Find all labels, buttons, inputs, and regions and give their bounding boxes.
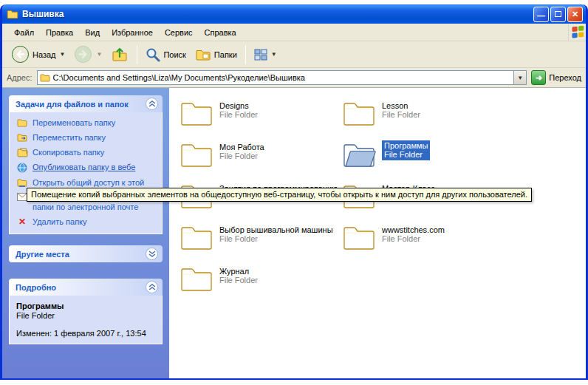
section-header-other-places[interactable]: Другие места bbox=[9, 245, 163, 262]
folder-tile-lesson[interactable]: LessonFile Folder bbox=[342, 99, 499, 140]
task-publish-folder-web[interactable]: Опубликовать папку в вебе bbox=[16, 163, 157, 173]
move-folder-icon bbox=[16, 133, 28, 142]
folder-tile-zhurnal[interactable]: ЖурналFile Folder bbox=[180, 265, 336, 306]
menu-bar: Файл Правка Вид Избранное Сервис Справка bbox=[2, 24, 586, 41]
folder-tile-designs[interactable]: DesignsFile Folder bbox=[180, 99, 336, 140]
share-folder-icon bbox=[16, 178, 28, 187]
rename-folder-icon bbox=[16, 118, 28, 127]
forward-icon bbox=[74, 45, 92, 64]
search-button[interactable]: Поиск bbox=[141, 45, 190, 64]
explorer-window: Вышивка — ✕ Файл Правка Вид Избранное Се… bbox=[0, 4, 588, 380]
title-bar[interactable]: Вышивка — ✕ bbox=[2, 4, 586, 24]
folder-icon bbox=[180, 223, 213, 251]
go-label: Переход bbox=[549, 73, 581, 82]
chevron-up-icon[interactable] bbox=[146, 281, 158, 293]
folder-tile-vybor-mashiny[interactable]: Выбор вышивальной машиныFile Folder bbox=[180, 223, 336, 265]
folder-icon bbox=[180, 99, 213, 127]
publish-globe-icon bbox=[16, 163, 28, 173]
task-rename-folder[interactable]: Переименовать папку bbox=[16, 118, 157, 128]
toolbar: Назад ▼ ▼ Поиск bbox=[2, 41, 586, 68]
details-modified-date: Изменен: 1 февраля 2007 г., 13:54 bbox=[16, 329, 155, 338]
address-dropdown-icon[interactable]: ▼ bbox=[513, 71, 526, 84]
up-folder-icon bbox=[111, 47, 129, 63]
section-title: Другие места bbox=[16, 250, 69, 259]
back-label: Назад bbox=[33, 50, 56, 59]
address-bar: Адрес: C:\Documents and Settings\Liza\My… bbox=[2, 68, 586, 88]
delete-x-icon: ✕ bbox=[16, 217, 28, 226]
section-title: Задачи для файлов и папок bbox=[16, 100, 129, 109]
folder-tile-wwwstitches[interactable]: wwwstitches.comFile Folder bbox=[342, 223, 499, 265]
copy-folder-icon bbox=[16, 148, 28, 157]
task-copy-folder[interactable]: Скопировать папку bbox=[16, 148, 157, 157]
close-button[interactable]: ✕ bbox=[567, 7, 583, 22]
section-other-places: Другие места bbox=[9, 245, 163, 262]
chevron-down-icon[interactable] bbox=[146, 248, 158, 260]
folder-icon bbox=[342, 99, 376, 127]
menu-tools[interactable]: Сервис bbox=[159, 26, 199, 39]
section-file-folder-tasks: Задачи для файлов и папок Переименовать … bbox=[9, 95, 163, 234]
back-button[interactable]: Назад ▼ bbox=[7, 43, 69, 66]
minimize-button[interactable]: — bbox=[533, 7, 549, 22]
go-button[interactable]: ➜ Переход bbox=[531, 70, 581, 85]
go-arrow-icon[interactable]: ➜ bbox=[531, 70, 546, 85]
back-icon bbox=[11, 45, 30, 64]
section-header-details[interactable]: Подробно bbox=[9, 279, 163, 296]
address-label: Адрес: bbox=[7, 73, 33, 82]
file-list-area[interactable]: DesignsFile Folder LessonFile Folder Моя… bbox=[169, 88, 586, 378]
folder-selected-icon bbox=[342, 140, 376, 168]
folder-tile-moya-rabota[interactable]: Моя РаботаFile Folder bbox=[180, 140, 336, 182]
window-folder-icon bbox=[7, 9, 18, 19]
folder-tile-programmy-selected[interactable]: ПрограммыFile Folder bbox=[342, 140, 499, 182]
up-button[interactable] bbox=[106, 44, 133, 65]
views-icon bbox=[254, 49, 267, 61]
forward-button[interactable]: ▼ bbox=[69, 43, 106, 66]
windows-logo-icon bbox=[568, 24, 584, 41]
folder-icon bbox=[342, 223, 376, 251]
folder-icon bbox=[180, 140, 213, 168]
address-combobox[interactable]: C:\Documents and Settings\Liza\My Docume… bbox=[37, 70, 527, 85]
folders-icon bbox=[195, 48, 211, 61]
section-title: Подробно bbox=[16, 283, 56, 292]
menu-file[interactable]: Файл bbox=[8, 26, 40, 39]
maximize-button[interactable] bbox=[550, 7, 566, 22]
tooltip: Помещение копий выбранных элементов на о… bbox=[27, 188, 532, 202]
address-folder-icon bbox=[40, 73, 50, 82]
back-dropdown-icon[interactable]: ▼ bbox=[60, 51, 66, 58]
menu-edit[interactable]: Правка bbox=[40, 26, 79, 39]
folder-icon bbox=[180, 265, 213, 293]
task-pane: Задачи для файлов и папок Переименовать … bbox=[2, 88, 169, 378]
folders-button[interactable]: Папки bbox=[191, 46, 242, 64]
folders-label: Папки bbox=[214, 50, 237, 59]
section-details: Подробно Программы File Folder Изменен: … bbox=[9, 279, 163, 344]
task-share-folder[interactable]: Открыть общий доступ к этой bbox=[16, 178, 157, 188]
window-title: Вышивка bbox=[22, 9, 532, 19]
forward-dropdown-icon: ▼ bbox=[96, 51, 102, 58]
content-area: Задачи для файлов и папок Переименовать … bbox=[2, 88, 586, 378]
menu-view[interactable]: Вид bbox=[79, 26, 106, 39]
folder-grid: DesignsFile Folder LessonFile Folder Моя… bbox=[180, 99, 505, 306]
details-folder-name: Программы bbox=[16, 301, 155, 310]
menu-favorites[interactable]: Избранное bbox=[106, 26, 159, 39]
search-label: Поиск bbox=[163, 50, 185, 59]
section-header-tasks[interactable]: Задачи для файлов и папок bbox=[9, 95, 163, 112]
views-button[interactable]: ▼ bbox=[250, 47, 281, 63]
views-dropdown-icon[interactable]: ▼ bbox=[271, 51, 277, 58]
task-move-folder[interactable]: Переместить папку bbox=[16, 133, 157, 143]
search-icon bbox=[146, 47, 160, 62]
details-folder-type: File Folder bbox=[16, 311, 155, 320]
task-delete-folder[interactable]: ✕ Удалить папку bbox=[16, 217, 157, 227]
menu-help[interactable]: Справка bbox=[199, 26, 242, 39]
address-path[interactable]: C:\Documents and Settings\Liza\My Docume… bbox=[53, 73, 511, 82]
chevron-up-icon[interactable] bbox=[146, 98, 158, 110]
